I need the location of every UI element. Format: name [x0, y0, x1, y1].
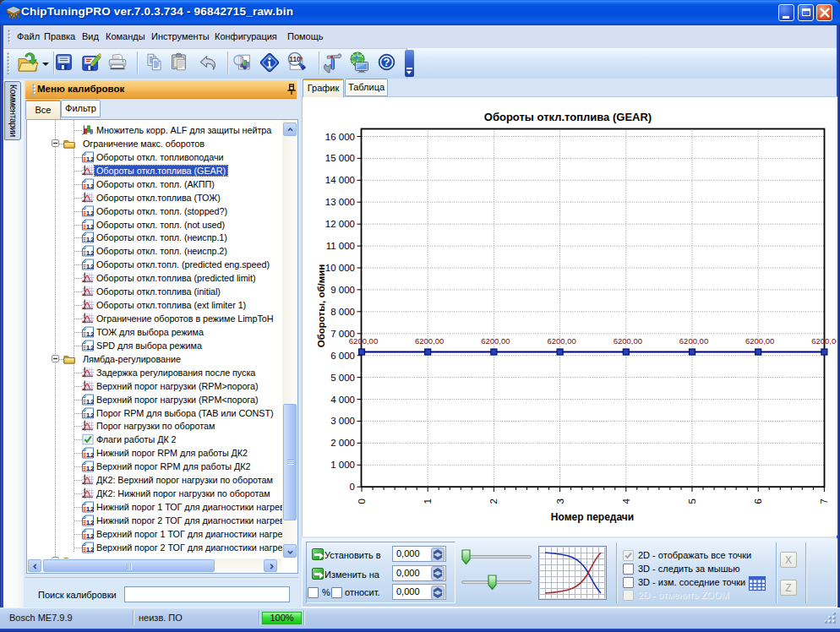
svg-text:4: 4 [621, 498, 631, 504]
svg-text:6200,00: 6200,00 [481, 336, 510, 346]
svg-text:2: 2 [488, 499, 499, 504]
svg-text:0: 0 [357, 499, 367, 504]
svg-text:1 000: 1 000 [330, 460, 355, 470]
svg-text:9 000: 9 000 [330, 285, 355, 295]
svg-text:14 000: 14 000 [325, 175, 355, 185]
svg-text:3: 3 [555, 499, 565, 504]
svg-text:2 000: 2 000 [330, 438, 355, 448]
svg-text:13 000: 13 000 [325, 197, 355, 207]
svg-text:5 000: 5 000 [330, 373, 355, 383]
svg-text:6200,00: 6200,00 [547, 336, 575, 346]
svg-text:16 000: 16 000 [325, 132, 355, 142]
svg-text:5: 5 [687, 499, 697, 504]
svg-text:6200,00: 6200,00 [349, 336, 378, 346]
svg-text:Обороты откл.топлива (GEAR): Обороты откл.топлива (GEAR) [484, 111, 652, 123]
svg-text:3 000: 3 000 [330, 416, 355, 426]
svg-text:6: 6 [753, 499, 763, 504]
svg-text:1: 1 [423, 499, 433, 504]
svg-text:6200,00: 6200,00 [679, 336, 708, 346]
svg-text:12 000: 12 000 [325, 219, 355, 229]
svg-text:15 000: 15 000 [325, 153, 355, 163]
svg-text:6200,00: 6200,00 [811, 336, 837, 346]
svg-text:10 000: 10 000 [325, 263, 355, 273]
svg-text:6200,00: 6200,00 [745, 336, 774, 346]
svg-text:Обороты, об/мин: Обороты, об/мин [316, 264, 326, 348]
svg-text:0: 0 [350, 482, 355, 492]
svg-text:6200,00: 6200,00 [614, 336, 642, 346]
svg-text:7: 7 [819, 499, 829, 504]
svg-text:11 000: 11 000 [326, 241, 355, 251]
svg-text:4 000: 4 000 [330, 395, 355, 405]
svg-text:8 000: 8 000 [330, 307, 355, 317]
svg-text:6200,00: 6200,00 [415, 336, 444, 346]
svg-text:6 000: 6 000 [330, 351, 355, 361]
svg-text:Номер передачи: Номер передачи [551, 511, 634, 523]
